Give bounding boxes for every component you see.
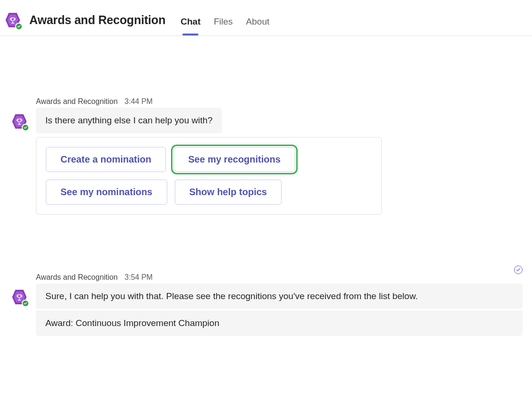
tab-about[interactable]: About [246,17,270,35]
chat-area: Awards and Recognition 3:44 PM Is there … [0,97,532,413]
tab-files[interactable]: Files [214,17,232,35]
suggested-actions-card: Create a nomination See my recognitions … [36,137,382,215]
action-see-nominations[interactable]: See my nominations [46,180,167,205]
bot-avatar [5,12,21,28]
bot-avatar [11,289,27,305]
action-create-nomination[interactable]: Create a nomination [46,147,166,172]
action-see-recognitions[interactable]: See my recognitions [173,147,295,172]
read-receipt-icon [514,266,523,274]
message-bubble: Sure, I can help you with that. Please s… [36,284,523,309]
message-sender: Awards and Recognition [36,273,118,281]
page-title: Awards and Recognition [29,13,165,27]
message-meta: Awards and Recognition 3:54 PM [36,273,523,282]
tab-bar: Chat Files About [180,5,269,35]
chat-header: Awards and Recognition Chat Files About [0,0,532,36]
message-time: 3:54 PM [125,273,153,281]
message-bubble: Is there anything else I can help you wi… [36,108,222,133]
presence-available-icon [15,23,23,30]
action-show-help-topics[interactable]: Show help topics [175,180,282,205]
presence-available-icon [22,124,29,131]
bot-avatar [11,113,27,129]
message-sender: Awards and Recognition [36,97,118,105]
presence-available-icon [22,300,29,307]
message-meta: Awards and Recognition 3:44 PM [36,97,523,106]
tab-chat[interactable]: Chat [180,17,200,35]
message-row: Awards and Recognition 3:44 PM Is there … [0,97,532,215]
message-row: Awards and Recognition 3:54 PM Sure, I c… [0,273,532,336]
message-bubble: Award: Continuous Improvement Champion [36,310,523,336]
message-time: 3:44 PM [125,97,153,105]
